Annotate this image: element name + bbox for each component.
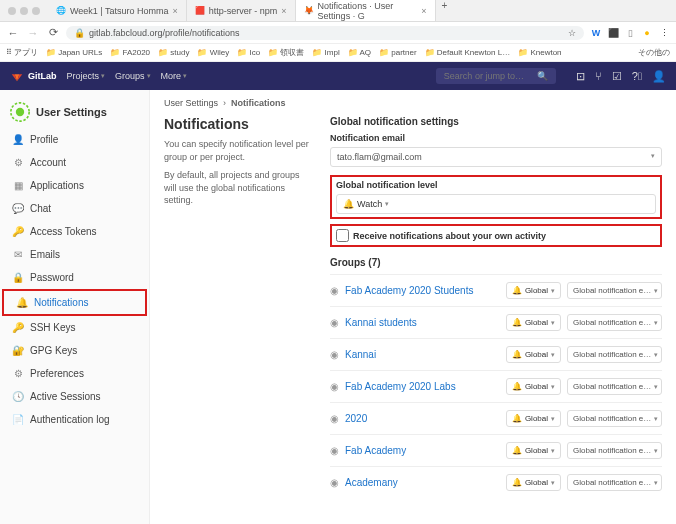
- ext-icon[interactable]: W: [590, 27, 602, 39]
- star-icon[interactable]: ☆: [568, 28, 576, 38]
- chevron-down-icon: ▾: [654, 287, 658, 295]
- checkbox-input[interactable]: [336, 229, 349, 242]
- sidebar-item-authentication-log[interactable]: 📄Authentication log: [0, 408, 149, 431]
- gitlab-nav: Projects ▾ Groups ▾ More ▾: [67, 71, 188, 81]
- sidebar-item-password[interactable]: 🔒Password: [0, 266, 149, 289]
- breadcrumb-link[interactable]: User Settings: [164, 98, 218, 108]
- bookmark-folder[interactable]: 📁 領収書: [268, 47, 304, 58]
- gitlab-logo[interactable]: GitLab: [10, 69, 57, 83]
- group-level-select[interactable]: 🔔Global▾: [506, 346, 561, 363]
- group-level-select[interactable]: 🔔Global▾: [506, 378, 561, 395]
- sidebar-item-account[interactable]: ⚙Account: [0, 151, 149, 174]
- bookmark-folder[interactable]: 📁 partner: [379, 48, 417, 57]
- chevron-down-icon: ▾: [551, 319, 555, 327]
- group-link[interactable]: Kannai: [345, 349, 500, 360]
- group-level-select[interactable]: 🔔Global▾: [506, 314, 561, 331]
- own-activity-checkbox[interactable]: Receive notifications about your own act…: [336, 229, 656, 242]
- sidebar-item-gpg-keys[interactable]: 🔐GPG Keys: [0, 339, 149, 362]
- visibility-icon: ◉: [330, 477, 339, 488]
- bookmark-folder[interactable]: 📁 Impl: [312, 48, 339, 57]
- sidebar-item-active-sessions[interactable]: 🕓Active Sessions: [0, 385, 149, 408]
- group-email-select[interactable]: Global notification e…▾: [567, 282, 662, 299]
- apps-button[interactable]: ⠿ アプリ: [6, 47, 38, 58]
- bookmark-folder[interactable]: 📁 Wiley: [197, 48, 229, 57]
- nav-groups[interactable]: Groups ▾: [115, 71, 151, 81]
- ext-icon[interactable]: ⬛: [607, 27, 619, 39]
- bookmark-folder[interactable]: 📁 AQ: [348, 48, 371, 57]
- select-value: Global: [525, 286, 548, 295]
- group-email-select[interactable]: Global notification e…▾: [567, 346, 662, 363]
- bookmark-folder[interactable]: 📁 Japan URLs: [46, 48, 102, 57]
- merge-requests-icon[interactable]: ⑂: [595, 70, 602, 83]
- sidebar-item-icon: 🕓: [12, 391, 24, 402]
- bookmark-overflow[interactable]: その他の: [638, 47, 670, 58]
- nav-projects[interactable]: Projects ▾: [67, 71, 106, 81]
- bookmark-folder[interactable]: 📁 Default Knewton L…: [425, 48, 511, 57]
- group-level-select[interactable]: 🔔Global▾: [506, 442, 561, 459]
- header-search[interactable]: 🔍: [436, 68, 556, 84]
- browser-tab[interactable]: 🌐 Week1 | Tatsuro Homma ×: [48, 0, 187, 21]
- new-tab-button[interactable]: +: [436, 0, 454, 21]
- bell-icon: 🔔: [512, 382, 522, 391]
- sidebar-item-notifications[interactable]: 🔔Notifications: [2, 289, 147, 316]
- traffic-light-close[interactable]: [8, 7, 16, 15]
- close-icon[interactable]: ×: [173, 6, 178, 16]
- group-level-select[interactable]: 🔔Global▾: [506, 410, 561, 427]
- bookmark-folder[interactable]: 📁 Ico: [237, 48, 260, 57]
- sidebar-item-label: Applications: [30, 180, 84, 191]
- sidebar-item-emails[interactable]: ✉Emails: [0, 243, 149, 266]
- ext-icon[interactable]: ●: [641, 27, 653, 39]
- group-link[interactable]: 2020: [345, 413, 500, 424]
- browser-tab-active[interactable]: 🦊 Notifications · User Settings · G ×: [296, 0, 436, 21]
- email-value: tato.flam@gmail.com: [337, 152, 422, 162]
- back-button[interactable]: ←: [6, 27, 20, 39]
- traffic-light-max[interactable]: [32, 7, 40, 15]
- sidebar-item-applications[interactable]: ▦Applications: [0, 174, 149, 197]
- group-link[interactable]: Academany: [345, 477, 500, 488]
- group-email-select[interactable]: Global notification e…▾: [567, 378, 662, 395]
- sidebar-item-preferences[interactable]: ⚙Preferences: [0, 362, 149, 385]
- todos-icon[interactable]: ☑: [612, 70, 622, 83]
- address-bar[interactable]: 🔒 gitlab.fabcloud.org/profile/notificati…: [66, 26, 584, 40]
- group-level-select[interactable]: 🔔Global▾: [506, 474, 561, 491]
- group-link[interactable]: Fab Academy 2020 Students: [345, 285, 500, 296]
- user-avatar[interactable]: 👤: [652, 70, 666, 83]
- group-link[interactable]: Fab Academy 2020 Labs: [345, 381, 500, 392]
- ext-icon[interactable]: ▯: [624, 27, 636, 39]
- group-email-select[interactable]: Global notification e…▾: [567, 442, 662, 459]
- field-label: Global notification level: [336, 180, 656, 190]
- forward-button[interactable]: →: [26, 27, 40, 39]
- group-link[interactable]: Kannai students: [345, 317, 500, 328]
- chevron-down-icon: ▾: [654, 479, 658, 487]
- sidebar-title[interactable]: User Settings: [0, 96, 149, 128]
- sidebar-item-ssh-keys[interactable]: 🔑SSH Keys: [0, 316, 149, 339]
- browser-tab[interactable]: 🟥 http-server - npm ×: [187, 0, 296, 21]
- traffic-light-min[interactable]: [20, 7, 28, 15]
- issues-icon[interactable]: ⊡: [576, 70, 585, 83]
- user-avatar-icon: [10, 102, 30, 122]
- sidebar-item-chat[interactable]: 💬Chat: [0, 197, 149, 220]
- nav-more[interactable]: More ▾: [161, 71, 188, 81]
- bookmark-folder[interactable]: 📁 Knewton: [518, 48, 561, 57]
- notification-level-select[interactable]: 🔔 Watch ▾: [336, 194, 656, 214]
- help-icon[interactable]: ?⃝: [632, 70, 642, 83]
- search-input[interactable]: [444, 71, 524, 81]
- group-link[interactable]: Fab Academy: [345, 445, 500, 456]
- group-email-select[interactable]: Global notification e…▾: [567, 410, 662, 427]
- group-email-select[interactable]: Global notification e…▾: [567, 474, 662, 491]
- sidebar-title-text: User Settings: [36, 106, 107, 118]
- sidebar-item-profile[interactable]: 👤Profile: [0, 128, 149, 151]
- menu-icon[interactable]: ⋮: [658, 27, 670, 39]
- group-level-select[interactable]: 🔔Global▾: [506, 282, 561, 299]
- sidebar-item-access-tokens[interactable]: 🔑Access Tokens: [0, 220, 149, 243]
- close-icon[interactable]: ×: [421, 6, 426, 16]
- close-icon[interactable]: ×: [281, 6, 286, 16]
- bookmark-folder[interactable]: 📁 study: [158, 48, 189, 57]
- reload-button[interactable]: ⟳: [46, 26, 60, 39]
- sidebar-item-label: Account: [30, 157, 66, 168]
- bookmark-folder[interactable]: 📁 FA2020: [110, 48, 150, 57]
- notification-email-select[interactable]: tato.flam@gmail.com ▾: [330, 147, 662, 167]
- group-email-select[interactable]: Global notification e…▾: [567, 314, 662, 331]
- chevron-down-icon: ▾: [654, 415, 658, 423]
- sidebar-item-icon: 🔒: [12, 272, 24, 283]
